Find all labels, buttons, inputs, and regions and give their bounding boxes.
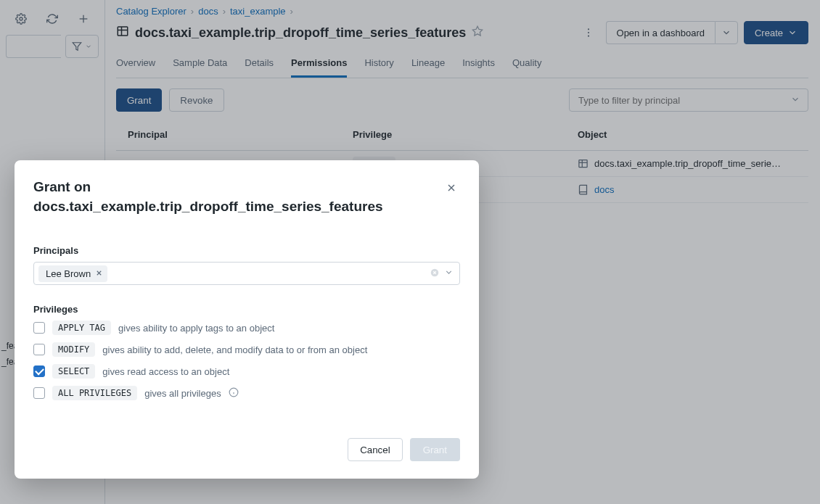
privilege-description: gives read access to an object (102, 366, 229, 377)
modal-title: Grant on docs.taxi_example.trip_dropoff_… (33, 178, 434, 216)
privilege-checkbox[interactable] (33, 322, 45, 334)
privilege-row: ALL PRIVILEGESgives all privileges (33, 386, 460, 400)
grant-modal: Grant on docs.taxi_example.trip_dropoff_… (15, 160, 479, 479)
privilege-row: APPLY TAGgives ability to apply tags to … (33, 321, 460, 335)
chevron-down-icon[interactable] (444, 268, 454, 279)
remove-principal-icon[interactable] (95, 268, 103, 279)
privilege-row: SELECTgives read access to an object (33, 364, 460, 379)
privilege-description: gives ability to add, delete, and modify… (102, 344, 367, 355)
principal-chip: Lee Brown (38, 265, 107, 282)
close-icon[interactable] (443, 179, 460, 197)
privilege-checkbox[interactable] (33, 344, 45, 355)
privilege-name: APPLY TAG (52, 321, 111, 335)
grant-confirm-button[interactable]: Grant (410, 438, 460, 461)
privilege-checkbox[interactable] (33, 387, 45, 399)
principals-label: Principals (33, 245, 460, 256)
info-icon[interactable] (229, 387, 239, 400)
privilege-name: MODIFY (52, 342, 95, 357)
privilege-description: gives ability to apply tags to an object (118, 323, 274, 334)
privilege-name: SELECT (52, 364, 95, 379)
privileges-label: Privileges (33, 304, 460, 315)
privilege-name: ALL PRIVILEGES (52, 386, 137, 400)
principal-chip-label: Lee Brown (46, 268, 91, 279)
privilege-row: MODIFYgives ability to add, delete, and … (33, 342, 460, 357)
principals-input[interactable]: Lee Brown (33, 262, 460, 285)
privilege-checkbox[interactable] (33, 365, 45, 377)
cancel-button[interactable]: Cancel (348, 438, 403, 461)
clear-all-icon[interactable] (430, 268, 440, 280)
privilege-description: gives all privileges (144, 388, 221, 399)
